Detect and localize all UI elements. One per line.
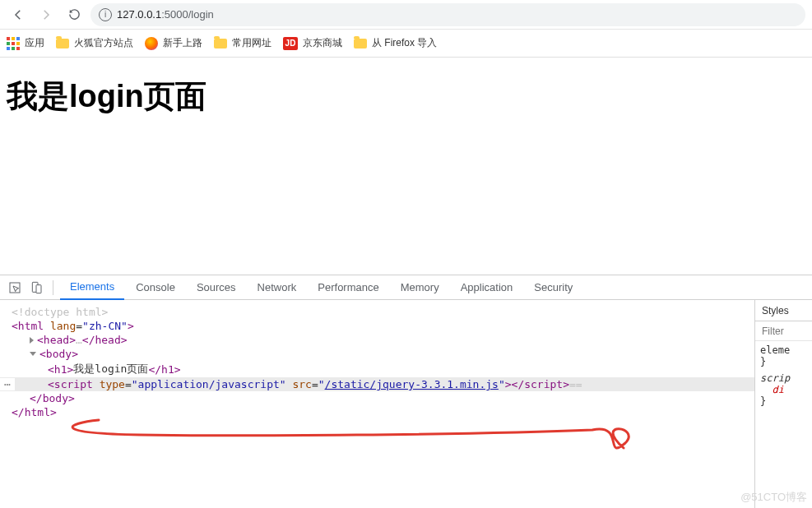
tab-memory[interactable]: Memory	[391, 275, 449, 300]
collapse-icon[interactable]	[30, 352, 36, 356]
page-heading: 我是login页面	[7, 76, 805, 118]
jd-icon: JD	[283, 37, 298, 50]
annotation-stroke	[16, 415, 642, 464]
site-info-icon[interactable]: i	[99, 8, 112, 21]
firefox-icon	[145, 37, 158, 50]
styles-filter[interactable]: Filter	[755, 321, 812, 341]
tab-network[interactable]: Network	[248, 275, 307, 300]
apps-shortcut[interactable]: 应用	[7, 36, 44, 50]
dom-body-close[interactable]: </body>	[0, 391, 754, 405]
dom-head[interactable]: <head>…</head>	[0, 333, 754, 347]
url-path: :5000/login	[161, 8, 214, 21]
tab-application[interactable]: Application	[451, 275, 523, 300]
ellipsis-icon: ⋯	[0, 378, 15, 390]
dom-body-open[interactable]: <body>	[0, 347, 754, 361]
styles-pane: Styles Filter eleme } scrip di }	[754, 300, 812, 508]
bookmark-jd[interactable]: JD 京东商城	[283, 36, 342, 50]
address-bar[interactable]: i 127.0.0.1:5000/login	[90, 3, 805, 26]
forward-button[interactable]	[35, 3, 58, 26]
expand-icon[interactable]	[30, 337, 34, 344]
bookmark-label: 常用网址	[232, 36, 271, 50]
devtools-body: <!doctype html> <html lang="zh-CN"> <hea…	[0, 300, 812, 508]
tab-elements[interactable]: Elements	[60, 275, 124, 300]
divider	[53, 280, 53, 295]
styles-rules[interactable]: eleme } scrip di }	[755, 341, 812, 508]
styles-tab[interactable]: Styles	[755, 300, 812, 321]
watermark: @51CTO博客	[740, 490, 807, 505]
page-content: 我是login页面	[0, 58, 812, 275]
dom-html-open[interactable]: <html lang="zh-CN">	[0, 319, 754, 333]
tab-sources[interactable]: Sources	[187, 275, 246, 300]
device-toggle-icon[interactable]	[26, 278, 46, 298]
back-button[interactable]	[7, 3, 30, 26]
reload-button[interactable]	[63, 3, 86, 26]
dom-tree[interactable]: <!doctype html> <html lang="zh-CN"> <hea…	[0, 300, 754, 508]
folder-icon	[56, 39, 69, 48]
inspect-icon[interactable]	[5, 278, 25, 298]
bookmark-label: 从 Firefox 导入	[372, 36, 437, 50]
bookmarks-bar: 应用 火狐官方站点 新手上路 常用网址 JD 京东商城 从 Firefox 导入	[0, 30, 812, 58]
url-host: 127.0.0.1	[117, 8, 161, 21]
browser-nav-bar: i 127.0.0.1:5000/login	[0, 0, 812, 30]
bookmark-common[interactable]: 常用网址	[214, 36, 271, 50]
bookmark-label: 新手上路	[163, 36, 202, 50]
tab-performance[interactable]: Performance	[308, 275, 388, 300]
dom-doctype[interactable]: <!doctype html>	[0, 305, 754, 319]
dom-html-close[interactable]: </html>	[0, 405, 754, 419]
apps-label: 应用	[25, 36, 44, 50]
dom-h1[interactable]: <h1>我是login页面</h1>	[0, 361, 754, 377]
tab-security[interactable]: Security	[524, 275, 582, 300]
svg-rect-2	[36, 284, 41, 293]
tab-console[interactable]: Console	[126, 275, 185, 300]
dom-script-selected[interactable]: ⋯ <script type="application/javascript" …	[0, 377, 754, 391]
bookmark-label: 京东商城	[303, 36, 342, 50]
bookmark-newbie[interactable]: 新手上路	[145, 36, 202, 50]
folder-icon	[354, 39, 367, 48]
apps-icon	[7, 37, 20, 50]
bookmark-firefox-site[interactable]: 火狐官方站点	[56, 36, 133, 50]
bookmark-from-firefox[interactable]: 从 Firefox 导入	[354, 36, 437, 50]
bookmark-label: 火狐官方站点	[74, 36, 133, 50]
devtools-panel: Elements Console Sources Network Perform…	[0, 275, 812, 508]
devtools-tablist: Elements Console Sources Network Perform…	[0, 275, 812, 300]
folder-icon	[214, 39, 227, 48]
